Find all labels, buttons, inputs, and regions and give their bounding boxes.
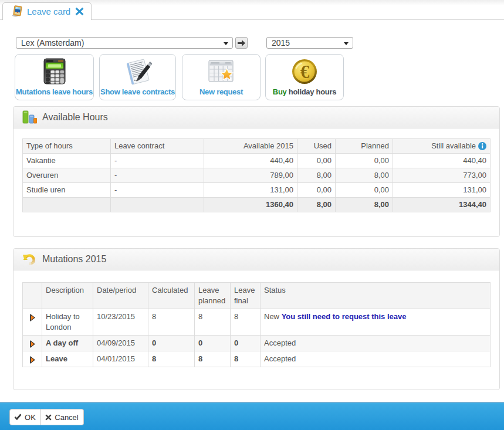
svg-text:€: € [300, 62, 310, 82]
